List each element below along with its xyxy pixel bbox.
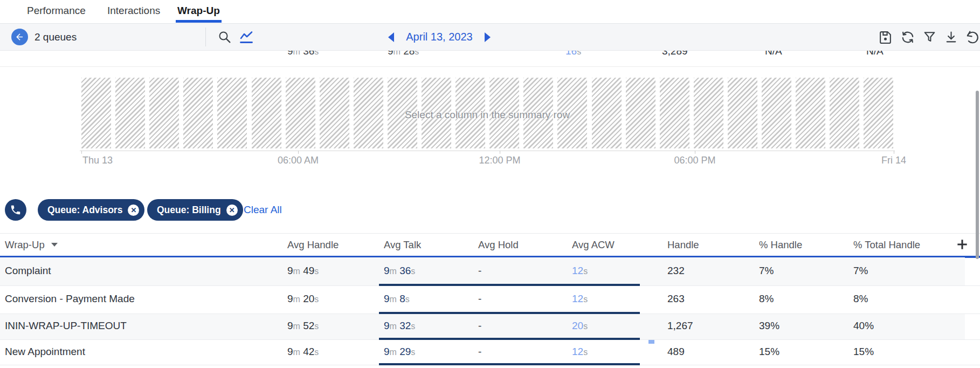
chart-bar[interactable]	[728, 78, 757, 148]
column-header-avg-acw[interactable]: Avg ACW	[572, 234, 615, 256]
circle-x-icon[interactable]: ✕	[128, 205, 139, 216]
chart-bar[interactable]	[354, 78, 383, 148]
cell-name: ININ-WRAP-UP-TIMEOUT	[5, 314, 127, 338]
cell-name: Conversion - Payment Made	[5, 286, 135, 312]
table-row[interactable]: New Appointment9m 42s9m 29s-12s48915%15%	[0, 340, 980, 365]
chart-bar[interactable]	[660, 78, 689, 148]
axis-label: 06:00 PM	[674, 155, 715, 166]
column-header-name[interactable]: Wrap-Up	[5, 234, 58, 256]
axis-tick	[298, 151, 299, 154]
next-day-icon[interactable]	[485, 32, 491, 42]
chart-bar[interactable]	[115, 78, 145, 148]
phone-icon	[10, 204, 22, 216]
cell-handle: 1,267	[667, 314, 693, 338]
cell-handle: 232	[667, 257, 685, 284]
search-icon[interactable]	[218, 30, 232, 44]
save-icon[interactable]	[879, 30, 893, 44]
chart-bar[interactable]	[592, 78, 622, 148]
filter-chip-label: Queue: Advisors	[47, 205, 122, 216]
axis-tick	[81, 151, 82, 154]
chart-bar[interactable]	[796, 78, 825, 148]
table-row[interactable]: Complaint9m 49s9m 36s-12s2327%7%	[0, 257, 980, 286]
axis-label: Thu 13	[82, 155, 113, 166]
axis-tick	[695, 151, 695, 154]
table-row[interactable]: ININ-WRAP-UP-TIMEOUT9m 52s9m 32s-20s1,26…	[0, 314, 980, 340]
cell-name: Complaint	[5, 257, 51, 284]
cell-avg-handle: 9m 49s	[287, 257, 319, 284]
download-icon[interactable]	[944, 30, 958, 44]
filter-icon[interactable]	[923, 30, 937, 44]
chart-bar[interactable]	[320, 78, 349, 148]
column-header-avg-hold[interactable]: Avg Hold	[478, 234, 519, 256]
column-header-handle[interactable]: Handle	[667, 234, 699, 256]
vertical-scrollbar-thumb[interactable]	[976, 91, 979, 259]
cell-pct-handle: 8%	[759, 286, 774, 312]
column-header-avg-talk[interactable]: Avg Talk	[384, 234, 421, 256]
chart-bar[interactable]	[694, 78, 723, 148]
chart-x-axis	[80, 151, 895, 151]
filter-chip-queue-billing[interactable]: Queue: Billing✕	[147, 199, 243, 221]
cell-avg-hold: -	[478, 314, 481, 338]
add-column-button[interactable]	[955, 237, 971, 254]
clear-all-filters-link[interactable]: Clear All	[244, 199, 282, 221]
cell-avg-acw: 12s	[572, 257, 588, 284]
toolbar: 2 queues April 13, 2023	[0, 24, 980, 51]
cell-avg-handle: 9m 52s	[287, 314, 319, 338]
media-type-voice-button[interactable]	[5, 199, 26, 221]
cell-handle: 263	[667, 286, 685, 312]
refresh-icon[interactable]	[901, 30, 915, 44]
cell-name: New Appointment	[5, 340, 85, 363]
current-date-label[interactable]: April 13, 2023	[406, 31, 472, 43]
trend-chart-icon[interactable]	[239, 30, 253, 44]
cell-avg-hold: -	[478, 257, 481, 284]
cell-pct-handle: 39%	[759, 314, 779, 338]
cell-pct-total-handle: 40%	[853, 314, 874, 338]
table-header-row: Wrap-UpAvg HandleAvg TalkAvg HoldAvg ACW…	[0, 233, 980, 258]
chart-bar[interactable]	[626, 78, 655, 148]
chart-bar[interactable]	[149, 78, 179, 148]
caret-down-icon[interactable]	[51, 243, 58, 247]
back-button[interactable]	[11, 29, 28, 45]
filter-chip-queue-advisors[interactable]: Queue: Advisors✕	[38, 199, 144, 221]
circle-x-icon[interactable]: ✕	[226, 205, 238, 216]
chart-bar[interactable]	[183, 78, 213, 148]
toolbar-divider	[205, 28, 206, 46]
axis-label: 12:00 PM	[479, 155, 520, 166]
filter-chip-label: Queue: Billing	[157, 205, 221, 216]
chart-bar[interactable]	[762, 78, 791, 148]
cell-pct-total-handle: 8%	[853, 286, 868, 312]
cell-avg-handle: 9m 20s	[287, 286, 319, 312]
chart-bar[interactable]	[252, 78, 281, 148]
chart-bar[interactable]	[864, 78, 893, 148]
cell-pct-handle: 15%	[759, 340, 779, 363]
column-header-pct-total-handle[interactable]: % Total Handle	[853, 234, 920, 256]
table-row[interactable]: Conversion - Payment Made9m 20s9m 8s-12s…	[0, 286, 980, 314]
cell-avg-talk: 9m 32s	[384, 314, 415, 338]
timeline-chart[interactable]: Select a column in the summary row Thu 1…	[0, 66, 980, 169]
queue-count-label: 2 queues	[34, 24, 77, 50]
cell-handle: 489	[667, 340, 685, 363]
previous-day-icon[interactable]	[388, 32, 394, 42]
cell-pct-total-handle: 7%	[853, 257, 868, 284]
cell-avg-acw: 12s	[572, 340, 588, 364]
row-background	[0, 314, 965, 340]
chart-placeholder-text: Select a column in the summary row	[405, 109, 570, 121]
selection-drag-handle[interactable]	[648, 340, 654, 344]
axis-tick	[500, 151, 500, 154]
wrapup-analytics-view: 9m 36s9m 28s16s3,289N/AN/A PerformanceIn…	[0, 0, 980, 368]
axis-label: 06:00 AM	[278, 155, 319, 166]
cell-avg-talk: 9m 29s	[384, 340, 415, 364]
cell-avg-acw: 12s	[572, 286, 588, 312]
cell-avg-handle: 9m 42s	[287, 340, 319, 364]
undo-icon[interactable]	[965, 30, 979, 44]
arrow-left-icon	[15, 32, 25, 42]
chart-bar[interactable]	[217, 78, 247, 148]
chart-bar[interactable]	[830, 78, 859, 148]
axis-tick	[894, 151, 894, 154]
chart-bar[interactable]	[286, 78, 315, 148]
column-header-pct-handle[interactable]: % Handle	[759, 234, 802, 256]
column-header-avg-handle[interactable]: Avg Handle	[287, 234, 339, 256]
cell-avg-hold: -	[478, 340, 481, 363]
chart-bar[interactable]	[81, 78, 111, 148]
selected-columns-underline	[379, 363, 640, 365]
